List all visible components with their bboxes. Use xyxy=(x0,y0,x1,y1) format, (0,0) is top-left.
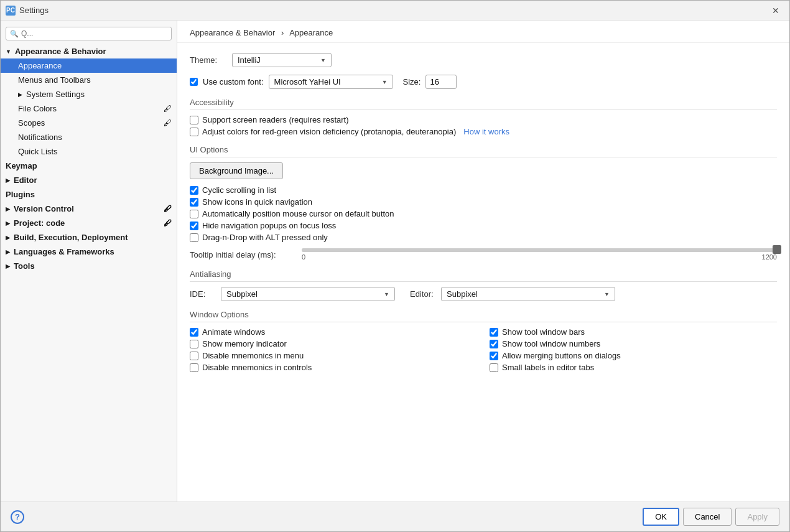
sidebar-label: File Colors xyxy=(18,104,57,113)
show-icons-checkbox[interactable] xyxy=(190,198,198,207)
show-tool-window-numbers-label[interactable]: Show tool window numbers xyxy=(502,339,600,348)
window-options-grid: Animate windows Show memory indicator Di… xyxy=(190,327,777,375)
settings-window: PC Settings ✕ 🔍 ▼ Appearance & Behavior … xyxy=(0,0,790,532)
expand-icon: ▶ xyxy=(6,206,10,212)
editor-aa-select[interactable]: Subpixel ▼ xyxy=(441,287,615,301)
font-select[interactable]: Microsoft YaHei UI ▼ xyxy=(269,75,393,89)
settings-content: Theme: IntelliJ ▼ Use custom font: Micro… xyxy=(177,43,789,385)
allow-merging-buttons-checkbox[interactable] xyxy=(490,352,498,360)
help-button[interactable]: ? xyxy=(11,510,24,524)
win-disable-mnemonics-controls: Disable mnemonics in controls xyxy=(190,363,477,372)
hide-nav-checkbox[interactable] xyxy=(190,222,198,230)
animate-windows-label[interactable]: Animate windows xyxy=(202,327,265,337)
breadcrumb-separator: › xyxy=(281,28,284,37)
how-it-works-link[interactable]: How it works xyxy=(463,127,509,136)
tooltip-slider-track[interactable] xyxy=(302,248,777,252)
close-button[interactable]: ✕ xyxy=(767,2,784,19)
win-allow-merging-buttons: Allow merging buttons on dialogs xyxy=(490,351,777,360)
screen-readers-checkbox[interactable] xyxy=(190,116,198,124)
dropdown-arrow-icon: ▼ xyxy=(320,57,326,63)
sidebar-label: Project: code xyxy=(14,218,65,228)
win-show-memory: Show memory indicator xyxy=(190,339,477,348)
animate-windows-checkbox[interactable] xyxy=(190,328,198,337)
sidebar-item-editor[interactable]: ▶ Editor xyxy=(1,173,177,187)
sidebar-item-plugins[interactable]: Plugins xyxy=(1,187,177,202)
sidebar-label: Build, Execution, Deployment xyxy=(14,233,128,242)
small-labels-label[interactable]: Small labels in editor tabs xyxy=(502,363,594,372)
custom-font-checkbox[interactable] xyxy=(190,78,198,86)
show-memory-checkbox[interactable] xyxy=(190,340,198,348)
disable-mnemonics-menu-checkbox[interactable] xyxy=(190,352,198,360)
sidebar-label: Quick Lists xyxy=(18,147,58,156)
auto-mouse-checkbox[interactable] xyxy=(190,210,198,218)
search-box[interactable]: 🔍 xyxy=(6,27,172,40)
show-icons-label[interactable]: Show icons in quick navigation xyxy=(202,197,312,207)
show-tool-window-numbers-checkbox[interactable] xyxy=(490,340,498,348)
sidebar-item-appearance-behavior[interactable]: ▼ Appearance & Behavior xyxy=(1,44,177,58)
auto-mouse-label[interactable]: Automatically position mouse cursor on d… xyxy=(202,209,394,218)
sidebar-item-build-execution[interactable]: ▶ Build, Execution, Deployment xyxy=(1,230,177,245)
disable-mnemonics-menu-label[interactable]: Disable mnemonics in menu xyxy=(202,351,304,360)
tooltip-slider-thumb[interactable] xyxy=(773,245,781,254)
apply-button[interactable]: Apply xyxy=(735,508,779,526)
sidebar-label: Tools xyxy=(14,261,35,271)
color-adjust-label[interactable]: Adjust colors for red-green vision defic… xyxy=(202,127,456,136)
allow-merging-buttons-label[interactable]: Allow merging buttons on dialogs xyxy=(502,351,621,360)
sidebar-item-appearance[interactable]: Appearance xyxy=(1,58,177,73)
theme-label: Theme: xyxy=(190,55,227,65)
background-image-button[interactable]: Background Image... xyxy=(190,162,283,179)
sidebar-item-scopes[interactable]: Scopes 🖋 xyxy=(1,116,177,130)
sidebar-item-menus-toolbars[interactable]: Menus and Toolbars xyxy=(1,73,177,87)
dropdown-arrow-icon: ▼ xyxy=(382,79,388,85)
ide-aa-select[interactable]: Subpixel ▼ xyxy=(221,287,395,301)
theme-value: IntelliJ xyxy=(238,55,261,65)
content-panel: Appearance & Behavior › Appearance Theme… xyxy=(177,21,789,502)
editor-aa-label: Editor: xyxy=(410,289,435,299)
sidebar-item-tools[interactable]: ▶ Tools xyxy=(1,259,177,273)
color-adjust-checkbox[interactable] xyxy=(190,128,198,136)
custom-font-label[interactable]: Use custom font: xyxy=(203,77,264,86)
ok-button[interactable]: OK xyxy=(643,508,679,526)
main-content: 🔍 ▼ Appearance & Behavior Appearance Men… xyxy=(1,21,789,502)
cyclic-scrolling-label[interactable]: Cyclic scrolling in list xyxy=(202,185,276,195)
screen-readers-label[interactable]: Support screen readers (requires restart… xyxy=(202,115,349,124)
disable-mnemonics-controls-checkbox[interactable] xyxy=(190,363,198,372)
sidebar-item-keymap[interactable]: Keymap xyxy=(1,159,177,173)
cyclic-scrolling-checkbox[interactable] xyxy=(190,186,198,195)
show-tool-window-bars-checkbox[interactable] xyxy=(490,328,498,337)
custom-font-row: Use custom font: Microsoft YaHei UI ▼ Si… xyxy=(190,75,777,89)
tooltip-slider-container: 0 1200 xyxy=(302,248,777,261)
theme-select[interactable]: IntelliJ ▼ xyxy=(232,53,332,67)
ide-aa-label: IDE: xyxy=(190,289,215,299)
sidebar-label: Editor xyxy=(14,175,37,185)
sidebar-item-project-code[interactable]: ▶ Project: code 🖋 xyxy=(1,216,177,230)
drag-drop-label[interactable]: Drag-n-Drop with ALT pressed only xyxy=(202,233,328,242)
breadcrumb-current: Appearance xyxy=(289,28,333,37)
search-input[interactable] xyxy=(21,29,167,38)
window-options-right: Show tool window bars Show tool window n… xyxy=(490,327,777,375)
font-size-input[interactable] xyxy=(425,75,457,89)
window-options-left: Animate windows Show memory indicator Di… xyxy=(190,327,477,375)
accessibility-item-color-adjust: Adjust colors for red-green vision defic… xyxy=(190,127,777,136)
sidebar-item-file-colors[interactable]: File Colors 🖋 xyxy=(1,101,177,116)
show-memory-label[interactable]: Show memory indicator xyxy=(202,339,287,348)
dropdown-arrow-icon: ▼ xyxy=(604,291,610,297)
sidebar-item-languages-frameworks[interactable]: ▶ Languages & Frameworks xyxy=(1,245,177,259)
disable-mnemonics-controls-label[interactable]: Disable mnemonics in controls xyxy=(202,363,312,372)
expand-icon: ▶ xyxy=(6,249,10,255)
small-labels-checkbox[interactable] xyxy=(490,363,498,372)
sidebar-item-quick-lists[interactable]: Quick Lists xyxy=(1,144,177,159)
ui-hide-navigation-popups: Hide navigation popups on focus loss xyxy=(190,221,777,230)
sidebar-item-version-control[interactable]: ▶ Version Control 🖋 xyxy=(1,202,177,216)
sidebar-item-notifications[interactable]: Notifications xyxy=(1,130,177,144)
hide-nav-label[interactable]: Hide navigation popups on focus loss xyxy=(202,221,336,230)
tooltip-slider-labels: 0 1200 xyxy=(302,253,777,261)
theme-row: Theme: IntelliJ ▼ xyxy=(190,53,777,67)
sidebar-item-system-settings[interactable]: ▶ System Settings xyxy=(1,87,177,101)
sidebar-label: Languages & Frameworks xyxy=(14,247,114,256)
drag-drop-checkbox[interactable] xyxy=(190,233,198,242)
sidebar-label: Keymap xyxy=(6,161,37,170)
cancel-button[interactable]: Cancel xyxy=(683,508,732,526)
show-tool-window-bars-label[interactable]: Show tool window bars xyxy=(502,327,585,337)
ui-auto-position-mouse: Automatically position mouse cursor on d… xyxy=(190,209,777,218)
